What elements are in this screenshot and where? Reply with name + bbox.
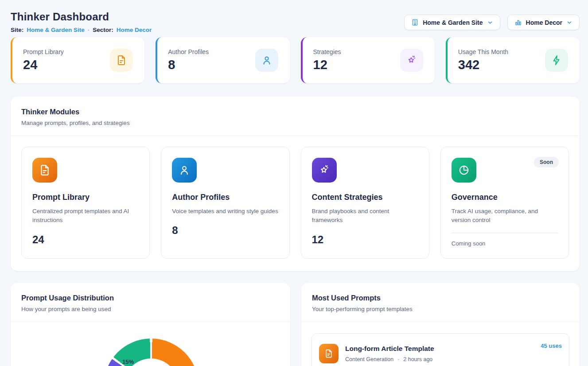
stat-card-strategies: Strategies 12 [301,37,435,83]
stat-label: Strategies [313,48,341,55]
modules-subtitle: Manage prompts, profiles, and strategies [21,120,569,126]
donut-chart [104,339,199,366]
usage-subtitle: How your prompts are being used [21,306,280,312]
sector-link[interactable]: Home Decor [117,27,152,33]
module-card-governance[interactable]: Soon Governance Track AI usage, complian… [440,147,569,259]
module-description: Track AI usage, compliance, and version … [452,207,558,225]
site-selector-label: Home & Garden Site [423,19,483,26]
coming-soon-text: Coming soon [452,240,558,247]
module-count: 8 [172,224,278,237]
stats-row: Prompt Library 24 Author Profiles 8 Stra… [11,37,580,83]
site-label: Site: [11,27,23,33]
prompt-category: Content Generation [345,356,393,362]
page-title: Thinker Dashboard [11,11,109,23]
sector-selector-dropdown[interactable]: Home Decor [507,15,580,30]
stat-card-prompt-library: Prompt Library 24 [11,37,144,83]
meta-separator: · [397,356,399,362]
stat-value: 8 [168,58,209,72]
modules-grid: Prompt Library Centralized prompt templa… [11,136,580,269]
module-count: 12 [312,234,418,246]
person-icon [172,158,197,183]
module-description: Centralized prompt templates and AI inst… [32,207,139,225]
prompt-uses-count: 45 uses [541,343,562,349]
site-link[interactable]: Home & Garden Site [27,27,85,33]
dashboard-page: Thinker Dashboard Site: Home & Garden Si… [0,0,588,366]
modules-header: Thinker Modules Manage prompts, profiles… [11,97,580,136]
divider [452,233,558,233]
document-icon [32,158,57,183]
prompt-time: 2 hours ago [403,356,432,362]
breadcrumb-separator: · [88,27,90,33]
prompt-items-list: Long-form Article Template Content Gener… [301,322,580,366]
document-icon [319,344,339,363]
modules-title: Thinker Modules [21,108,569,116]
module-card-content-strategies[interactable]: Content Strategies Brand playbooks and c… [301,147,429,259]
prompt-usage-distribution-panel: Prompt Usage Distribution How your promp… [11,283,290,366]
module-card-author-profiles[interactable]: Author Profiles Voice templates and writ… [161,147,289,259]
prompt-item-meta: Content Generation · 2 hours ago [345,356,434,362]
prompts-subtitle: Your top-performing prompt templates [312,306,569,312]
stat-value: 342 [458,58,508,72]
module-title: Governance [452,193,558,202]
prompt-item-title: Long-form Article Template [345,345,434,353]
soon-badge: Soon [534,157,559,167]
chevron-down-icon [487,19,493,26]
stat-label: Prompt Library [23,48,64,55]
module-title: Content Strategies [312,193,418,202]
stat-card-author-profiles: Author Profiles 8 [156,37,289,83]
stat-label: Usage This Month [458,48,508,55]
module-card-prompt-library[interactable]: Prompt Library Centralized prompt templa… [21,147,150,259]
bar-chart-icon [514,19,522,26]
breadcrumb: Site: Home & Garden Site · Sector: Home … [11,27,152,33]
pie-chart-icon [452,158,476,183]
bolt-icon [545,49,568,72]
sparkle-star-icon [400,49,423,72]
person-icon [255,49,278,72]
header-controls: Home & Garden Site Home Decor [404,15,580,30]
sector-label: Sector: [93,27,113,33]
document-icon [110,49,133,72]
usage-title: Prompt Usage Distribution [21,294,280,302]
module-description: Brand playbooks and content frameworks [312,207,418,225]
chevron-down-icon [566,19,572,26]
donut-slice-label: 15% [122,358,134,365]
module-title: Author Profiles [172,193,278,202]
module-count: 24 [32,234,139,246]
building-icon [411,19,419,26]
prompt-list-item[interactable]: Long-form Article Template Content Gener… [312,333,569,366]
module-description: Voice templates and writing style guides [172,207,278,216]
doughnut-chart-area: 15% [11,322,290,366]
stat-card-usage: Usage This Month 342 [446,37,580,83]
most-used-prompts-panel: Most Used Prompts Your top-performing pr… [301,283,580,366]
site-selector-dropdown[interactable]: Home & Garden Site [404,15,500,30]
stat-label: Author Profiles [168,48,209,55]
sector-selector-label: Home Decor [526,19,562,26]
thinker-modules-panel: Thinker Modules Manage prompts, profiles… [11,97,580,271]
stat-value: 12 [313,58,341,72]
prompts-title: Most Used Prompts [312,294,569,302]
module-title: Prompt Library [32,193,139,202]
prompts-header: Most Used Prompts Your top-performing pr… [301,283,580,322]
usage-header: Prompt Usage Distribution How your promp… [11,283,290,322]
sparkle-star-icon [312,158,337,183]
stat-value: 24 [23,58,64,72]
